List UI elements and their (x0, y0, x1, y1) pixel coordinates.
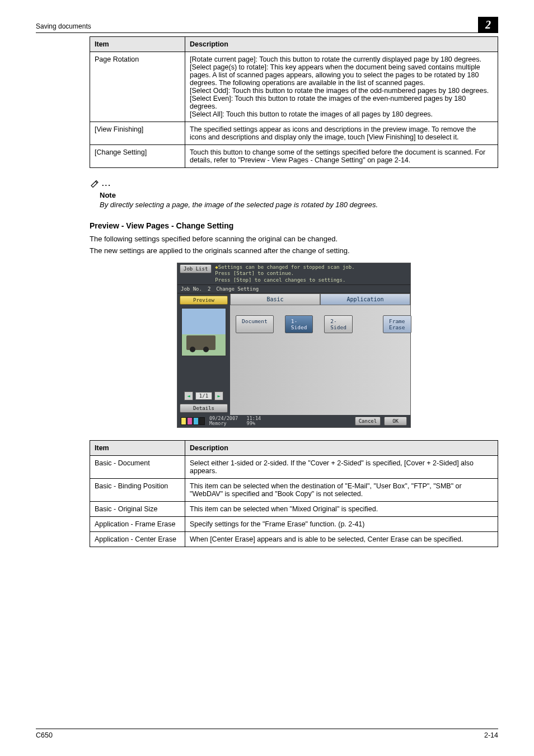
cell-desc: Select either 1-sided or 2-sided. If the… (185, 456, 498, 479)
cell-item: Application - Frame Erase (90, 517, 185, 532)
table-header-item: Item (90, 37, 185, 52)
table-row: Application - Frame Erase Specify settin… (90, 517, 498, 532)
cancel-button[interactable]: Cancel (355, 417, 381, 426)
table-header-desc: Description (185, 441, 498, 456)
table-row: Basic - Binding Position This item can b… (90, 479, 498, 502)
cell-desc: When [Center Erase] appears and is able … (185, 532, 498, 547)
cell-item: Basic - Document (90, 456, 185, 479)
note-ellipsis-icon: ... (100, 179, 111, 188)
frame-erase-button[interactable]: Frame Erase (383, 315, 411, 333)
footer-model: C650 (36, 731, 53, 739)
table-row: [View Finishing] The specified settings … (90, 122, 498, 145)
cell-desc: Touch this button to change some of the … (185, 145, 498, 168)
pager-prev-icon[interactable]: ◄ (184, 391, 193, 400)
note-icon (90, 178, 100, 190)
table-header-row: Item Description (90, 441, 498, 456)
cell-item: [Change Setting] (90, 145, 185, 168)
job-list-button[interactable]: Job List (180, 264, 212, 273)
footer-page: 2-14 (484, 731, 498, 739)
cell-desc: Specify settings for the "Frame Erase" f… (185, 517, 498, 532)
cell-desc: This item can be selected when the desti… (185, 479, 498, 502)
two-sided-button[interactable]: 2-Sided (324, 315, 353, 333)
tab-basic[interactable]: Basic (230, 293, 320, 305)
cell-desc: The specified settings appear as icons a… (185, 122, 498, 145)
section-heading: Preview - View Pages - Change Setting (90, 221, 498, 230)
table-row: Basic - Document Select either 1-sided o… (90, 456, 498, 479)
toner-levels-icon (181, 417, 205, 425)
section-p1: The following settings specified before … (90, 235, 498, 243)
table-header-row: Item Description (90, 37, 498, 52)
breadcrumb: Saving documents (36, 22, 91, 32)
table-row: Basic - Original Size This item can be s… (90, 502, 498, 517)
cell-desc: This item can be selected when "Mixed Or… (185, 502, 498, 517)
cell-item: Basic - Original Size (90, 502, 185, 517)
cell-item: [View Finishing] (90, 122, 185, 145)
page-footer: C650 2-14 (36, 729, 498, 739)
tab-application[interactable]: Application (320, 293, 410, 305)
cell-item: Page Rotation (90, 52, 185, 122)
device-screenshot: Job List ◆Settings can be changed for st… (177, 263, 411, 428)
table-row: [Change Setting] Touch this button to ch… (90, 145, 498, 168)
cell-item: Application - Center Erase (90, 532, 185, 547)
one-sided-button[interactable]: 1-Sided (285, 315, 313, 333)
note-block: ... Note By directly selecting a page, t… (90, 178, 498, 209)
page-header: Saving documents 2 (36, 17, 498, 33)
preview-button[interactable]: Preview (180, 296, 228, 305)
document-button[interactable]: Document (236, 315, 274, 333)
status-message: ◆Settings can be changed for stopped sca… (215, 264, 354, 283)
pager-next-icon[interactable]: ► (214, 391, 223, 400)
job-info-row: Job No. 2 Change Setting (177, 284, 410, 293)
job-no-label: Job No. (181, 286, 202, 292)
ok-button[interactable]: OK (384, 417, 407, 426)
table-preview-view-pages: Item Description Page Rotation [Rotate c… (90, 36, 498, 168)
cell-desc: [Rotate current page]: Touch this button… (185, 52, 498, 122)
preview-thumbnail[interactable] (181, 308, 226, 356)
table-header-item: Item (90, 441, 185, 456)
status-datetime: 09/24/2007 11:14 Memory 99% (209, 416, 261, 427)
table-row: Application - Center Erase When [Center … (90, 532, 498, 547)
table-header-desc: Description (185, 37, 498, 52)
job-no-value: 2 (208, 286, 210, 292)
table-row: Page Rotation [Rotate current page]: Tou… (90, 52, 498, 122)
note-label: Note (100, 191, 498, 199)
details-button[interactable]: Details (180, 404, 228, 413)
pager-counter: 1/1 (195, 392, 212, 400)
job-title: Change Setting (216, 286, 259, 292)
section-p2: The new settings are applied to the orig… (90, 246, 498, 255)
chapter-badge: 2 (478, 17, 498, 32)
cell-item: Basic - Binding Position (90, 479, 185, 502)
pager: ◄ 1/1 ► (180, 391, 228, 400)
note-text: By directly selecting a page, the image … (100, 200, 498, 209)
table-change-setting-items: Item Description Basic - Document Select… (90, 440, 498, 547)
